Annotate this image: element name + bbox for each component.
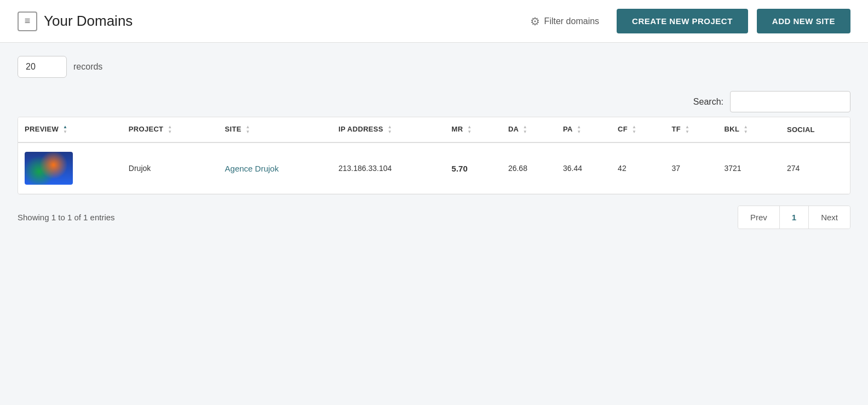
table-row: Drujok Agence Drujok 213.186.33.104 5.70…: [18, 142, 850, 194]
table-header: PREVIEW ▲ ▼ PROJECT ▲ ▼: [18, 117, 850, 142]
page-title: Your Domains: [44, 13, 133, 30]
col-project[interactable]: PROJECT ▲ ▼: [122, 117, 219, 142]
main-content: records Search: PREVIEW ▲ ▼ PROJECT: [0, 43, 868, 242]
domains-icon: ≡: [18, 12, 37, 31]
filter-domains-label: Filter domains: [544, 16, 599, 26]
cell-bkl: 3721: [718, 142, 780, 194]
col-preview[interactable]: PREVIEW ▲ ▼: [18, 117, 122, 142]
filter-domains-button[interactable]: ⚙ Filter domains: [521, 10, 608, 32]
header: ≡ Your Domains ⚙ Filter domains CREATE N…: [0, 0, 868, 43]
col-social[interactable]: SOCIAL: [780, 117, 850, 142]
records-row: records: [18, 56, 850, 78]
search-input[interactable]: [730, 91, 850, 112]
col-pa[interactable]: PA ▲ ▼: [556, 117, 611, 142]
col-da[interactable]: DA ▲ ▼: [502, 117, 556, 142]
site-link[interactable]: Agence Drujok: [225, 164, 279, 173]
add-new-site-button[interactable]: ADD NEW SITE: [757, 9, 850, 33]
cell-site[interactable]: Agence Drujok: [219, 142, 332, 194]
col-bkl[interactable]: BKL ▲ ▼: [718, 117, 780, 142]
cell-project: Drujok: [122, 142, 219, 194]
cell-preview: [18, 142, 122, 194]
search-label: Search:: [693, 97, 723, 107]
search-row: Search:: [18, 91, 850, 112]
preview-thumbnail: [25, 152, 73, 185]
col-mr[interactable]: MR ▲ ▼: [445, 117, 502, 142]
records-count-input[interactable]: [18, 56, 67, 78]
col-tf[interactable]: TF ▲ ▼: [665, 117, 718, 142]
col-site[interactable]: SITE ▲ ▼: [219, 117, 332, 142]
cell-tf: 37: [665, 142, 718, 194]
page-1-button[interactable]: 1: [780, 206, 809, 229]
domains-table: PREVIEW ▲ ▼ PROJECT ▲ ▼: [18, 117, 850, 194]
domains-table-wrap: PREVIEW ▲ ▼ PROJECT ▲ ▼: [18, 117, 850, 195]
prev-button[interactable]: Prev: [738, 206, 780, 229]
records-label: records: [73, 62, 102, 72]
table-body: Drujok Agence Drujok 213.186.33.104 5.70…: [18, 142, 850, 194]
next-button[interactable]: Next: [809, 206, 850, 229]
col-cf[interactable]: CF ▲ ▼: [611, 117, 665, 142]
cell-social: 274: [780, 142, 850, 194]
cell-ip-address: 213.186.33.104: [332, 142, 445, 194]
filter-icon: ⚙: [530, 15, 540, 28]
footer-row: Showing 1 to 1 of 1 entries Prev 1 Next: [18, 206, 850, 229]
cell-mr: 5.70: [445, 142, 502, 194]
pagination: Prev 1 Next: [738, 206, 850, 229]
showing-text: Showing 1 to 1 of 1 entries: [18, 213, 115, 222]
cell-pa: 36.44: [556, 142, 611, 194]
create-new-project-button[interactable]: CREATE NEW PROJECT: [617, 9, 748, 33]
col-ip-address[interactable]: IP ADDRESS ▲ ▼: [332, 117, 445, 142]
cell-da: 26.68: [502, 142, 556, 194]
cell-cf: 42: [611, 142, 665, 194]
header-title-wrap: ≡ Your Domains: [18, 12, 513, 31]
preview-thumb-inner: [25, 152, 73, 185]
